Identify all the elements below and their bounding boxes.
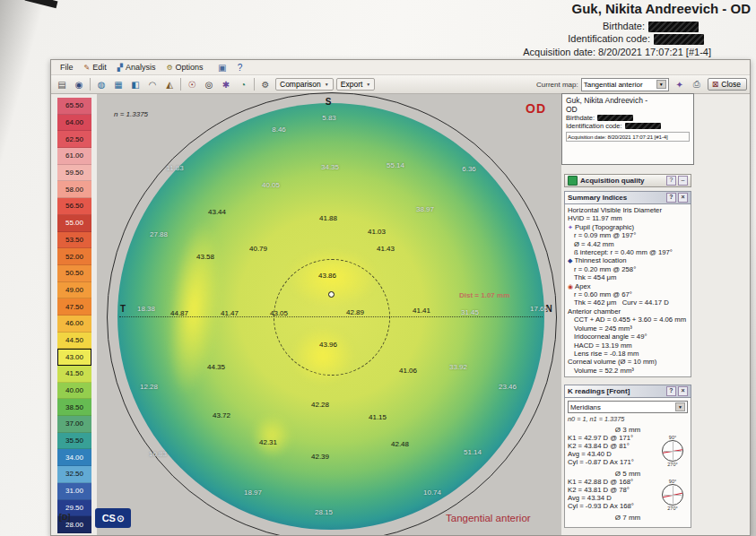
scale-entry[interactable]: 37.00 [57, 416, 91, 433]
toolbar-separator [180, 78, 181, 91]
summary-line-text: HVID = 11.97 mm [568, 214, 622, 222]
multi-map-icon[interactable]: ▦ [110, 76, 126, 92]
meridian-axis-line [663, 449, 682, 453]
scale-entry[interactable]: 47.50 [57, 298, 91, 316]
scale-entry[interactable]: 35.50 [57, 433, 91, 450]
3d-view-icon[interactable]: ◭ [161, 76, 178, 92]
toolbar-right-icons: ✦⎙ [672, 76, 705, 92]
summary-line: Thk = 462 μm Curv = 44.17 D [568, 298, 688, 307]
meridians-select-value: Meridians [570, 403, 601, 411]
close-panel-button[interactable]: × [678, 193, 688, 203]
map-options-icon[interactable]: ✦ [672, 76, 688, 92]
summary-line-text: Horizontal Visible Iris Diameter [568, 206, 662, 214]
chevron-down-icon: ▼ [325, 82, 329, 87]
summary-line-text: Lens rise = -0.18 mm [574, 350, 639, 358]
scale-entry[interactable]: 32.50 [57, 466, 91, 483]
scale-entry[interactable]: 65.50 [57, 98, 91, 115]
current-map-select[interactable]: Tangential anterior ▼ [581, 78, 669, 91]
scale-entry[interactable]: 61.00 [57, 148, 91, 165]
yellow-steep-zone [252, 415, 291, 458]
scale-entry[interactable]: 31.00 [57, 483, 91, 500]
scale-entry[interactable]: 55.00 [57, 215, 91, 232]
menu-edit[interactable]: ✎Edit [79, 62, 112, 73]
toolbar-separator [90, 78, 91, 91]
menu-options[interactable]: ⚙Options [161, 62, 208, 73]
distance-note: Dist = 1.07 mm [459, 291, 509, 299]
summary-line: ◆Thinnest location [568, 256, 688, 264]
export-label: Export [341, 80, 363, 89]
summary-line-text: ß intercept: r = 0.40 mm @ 197° [574, 248, 673, 256]
settings-icon[interactable]: ⚙ [257, 76, 274, 92]
close-panel-button[interactable]: × [678, 386, 688, 396]
meridians-select[interactable]: Meridians ▼ [568, 401, 688, 413]
current-map-label: Current map: [536, 81, 578, 89]
help-button[interactable]: ? [666, 386, 676, 396]
summary-line: Corneal volume (Ø = 10 mm) [568, 358, 688, 366]
summary-indices-title: Summary Indices [568, 194, 627, 202]
collapse-button[interactable]: – [678, 176, 688, 186]
scale-entry[interactable]: 44.50 [57, 333, 91, 350]
scale-entry[interactable]: 34.00 [57, 449, 91, 466]
menu-label: Edit [92, 63, 107, 72]
scale-entry[interactable]: 52.00 [57, 248, 91, 265]
comparison-dropdown[interactable]: Comparison ▼ [275, 78, 334, 91]
scale-entry[interactable]: 46.00 [57, 316, 91, 333]
redacted-birthdate [597, 115, 633, 121]
scale-entry[interactable]: 50.50 [57, 265, 91, 282]
cyl-5mm: Cyl = -0.93 D Ax 168° [568, 503, 656, 511]
acquisition-quality-panel[interactable]: Acquisition quality ? – [564, 174, 691, 187]
pupil-icon: ✦ [568, 224, 573, 230]
menu-label: Options [176, 63, 204, 72]
summary-line: Volume = 52.2 mm³ [568, 367, 688, 375]
menu-file[interactable]: File [55, 62, 79, 73]
capture-icon[interactable]: ◉ [71, 76, 87, 92]
toolbar: ▤◉◍▦◧◠◭☉◎✱◔⚙ Comparison ▼ Export ▼ Curre… [51, 75, 750, 94]
help-button[interactable]: ? [666, 176, 676, 186]
export-dropdown[interactable]: Export ▼ [336, 78, 376, 91]
summary-line-text: HACD = 13.19 mm [574, 341, 632, 350]
scale-entry[interactable]: 53.50 [57, 232, 91, 249]
current-map-value: Tangential anterior [584, 81, 643, 89]
apex-marker [328, 291, 335, 298]
screen-layout-icon[interactable]: ▣ [214, 59, 230, 75]
diff-map-icon[interactable]: ◧ [127, 76, 143, 92]
pupillography-icon[interactable]: ◎ [201, 76, 217, 92]
help-button[interactable]: ? [666, 193, 676, 203]
help-icon[interactable]: ? [232, 59, 248, 75]
zernike-icon[interactable]: ✱ [218, 76, 234, 92]
cso-logo-text: CS [102, 513, 116, 523]
axis-dial-3mm: 90° 270° [657, 435, 688, 467]
summary-line: Lens rise = -0.18 mm [568, 350, 688, 358]
comparison-label: Comparison [280, 80, 321, 89]
edit-icon: ✎ [84, 64, 91, 72]
scale-entry[interactable]: 41.50 [57, 366, 91, 383]
scale-entry[interactable]: 43.00 [57, 349, 91, 366]
profile-view-icon[interactable]: ◠ [144, 76, 161, 92]
menu-analysis[interactable]: ▞Analysis [112, 62, 161, 73]
close-button[interactable]: ⊠ Close [708, 78, 747, 91]
quality-indicator-icon [568, 176, 578, 186]
scale-entry[interactable]: 49.00 [57, 282, 91, 299]
topography-app-window: File✎Edit▞Analysis⚙Options ▣? ▤◉◍▦◧◠◭☉◎✱… [50, 59, 751, 536]
scale-entry[interactable]: 40.00 [57, 383, 91, 400]
scale-entry[interactable]: 58.00 [57, 181, 91, 198]
single-map-icon[interactable]: ◍ [93, 76, 109, 92]
infobox-birthdate: Birthdate: [566, 114, 690, 122]
summary-indices-titlebar: Summary Indices ? × [564, 191, 691, 204]
scale-entry[interactable]: 38.50 [57, 399, 91, 416]
summary-line-text: Thk = 454 μm [574, 273, 616, 281]
menubar-trailing-icons: ▣? [214, 59, 248, 75]
scale-unit-label: [D] [59, 513, 71, 522]
contact-lens-icon[interactable]: ◔ [235, 76, 251, 92]
scale-entry[interactable]: 62.50 [57, 131, 91, 148]
snapshot-icon[interactable]: ⎙ [689, 76, 705, 92]
keratoconus-screening-icon[interactable]: ☉ [184, 76, 200, 92]
apex-icon: ◉ [568, 283, 573, 290]
scale-entry[interactable]: 56.50 [57, 198, 91, 215]
scale-entry[interactable]: 59.50 [57, 165, 91, 182]
patient-archive-icon[interactable]: ▤ [54, 76, 70, 92]
menu-label: Analysis [126, 63, 156, 72]
axis-dial-icon [662, 440, 683, 462]
scale-entry[interactable]: 64.00 [57, 115, 91, 132]
summary-line: HVID = 11.97 mm [568, 214, 688, 222]
